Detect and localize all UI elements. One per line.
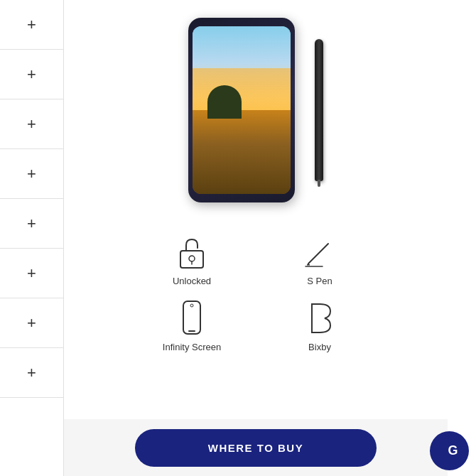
plus-icon-5: +	[27, 216, 36, 232]
screen-island	[207, 85, 242, 119]
plus-icon-2: +	[27, 67, 36, 82]
svg-rect-5	[183, 301, 200, 334]
sidebar-item-1[interactable]: +	[0, 0, 63, 50]
s-pen-tip	[318, 180, 320, 187]
s-pen	[315, 39, 323, 181]
where-to-buy-button[interactable]: WHERE TO BUY	[135, 429, 377, 467]
svg-point-6	[190, 304, 193, 307]
features-grid: Unlocked S Pen	[121, 220, 391, 367]
feature-infinity: Infinity Screen	[142, 301, 242, 352]
plus-icon-1: +	[27, 17, 36, 33]
bixby-label: Bixby	[308, 342, 331, 352]
infinity-screen-label: Infinity Screen	[163, 342, 221, 352]
g-circle-button[interactable]: G	[430, 431, 469, 470]
plus-icon-3: +	[27, 117, 36, 132]
g-label: G	[448, 443, 458, 458]
feature-spen: S Pen	[270, 234, 369, 286]
feature-unlocked: Unlocked	[142, 234, 242, 286]
phone-screen	[193, 26, 291, 194]
svg-point-1	[189, 256, 195, 261]
phone-image	[188, 18, 323, 210]
sidebar-item-6[interactable]: +	[0, 249, 63, 298]
svg-rect-7	[188, 330, 195, 332]
sidebar-item-4[interactable]: +	[0, 149, 63, 199]
sidebar: + + + + + + + +	[0, 0, 64, 476]
main-content: Unlocked S Pen	[64, 0, 448, 476]
bixby-icon	[302, 301, 337, 336]
spen-icon	[302, 234, 337, 270]
screen-water	[193, 110, 291, 194]
product-image-area	[64, 0, 448, 220]
plus-icon-6: +	[27, 266, 36, 281]
plus-icon-8: +	[27, 365, 36, 381]
infinity-screen-icon	[174, 301, 210, 336]
right-panel: G	[448, 0, 476, 476]
unlocked-icon	[174, 234, 210, 270]
plus-icon-4: +	[27, 166, 36, 182]
feature-bixby: Bixby	[270, 301, 369, 352]
phone-body	[188, 18, 295, 202]
svg-line-3	[308, 244, 328, 264]
sidebar-item-2[interactable]: +	[0, 50, 63, 99]
unlocked-label: Unlocked	[173, 276, 211, 286]
spen-label: S Pen	[307, 276, 332, 286]
buy-button-area: WHERE TO BUY	[64, 419, 448, 476]
sidebar-item-7[interactable]: +	[0, 298, 63, 348]
svg-rect-0	[180, 251, 203, 268]
sidebar-item-8[interactable]: +	[0, 348, 63, 398]
sidebar-item-3[interactable]: +	[0, 99, 63, 149]
plus-icon-7: +	[27, 315, 36, 331]
screen-scene	[193, 26, 291, 194]
sidebar-item-5[interactable]: +	[0, 199, 63, 249]
